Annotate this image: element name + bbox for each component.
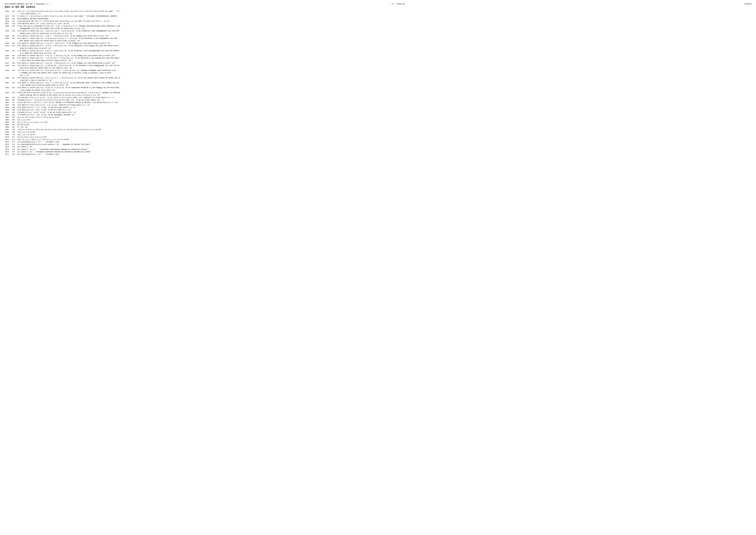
row-num2: 470 (12, 133, 17, 136)
table-row: 3039440СТТО ЖЕ#П;11-158#ТО ЖЕ(=11)' 4,80… (5, 30, 751, 32)
row-text: Е12-299(РН8225)#10-1' 04' ' * РАСТВОР М-… (17, 153, 751, 155)
row-num1: 3033 (5, 10, 12, 13)
row-text: СТТО ЖЕ П;11-162#ТО ЖЕ(=11)' 8,91,12+4,5… (17, 69, 751, 72)
program-label: ПРОГРАММНЫЙ КОМПЛЕКС АВС-3ЕС ( РЕДАКЦИЯ … (5, 3, 50, 5)
row-text: СТТО ЖЕ#П;11-158#ТО ЖЕ(=11)' 12,89+10,29… (17, 64, 751, 67)
row-num1: 3052 (5, 86, 12, 89)
table-row-cont: Т,НАГР,970КГ/М2 МАРКИ ПК60,12-8АТ5Т,ПК60… (5, 59, 751, 62)
row-num2: 475 (12, 146, 17, 148)
row-num1: 3041 (5, 37, 12, 40)
row-text-cont: НА'Р,800КГ/М2 МАРКИ ПК60,10-5АТ5Т' М2* (17, 52, 751, 54)
row-num2: 473 (12, 141, 17, 143)
row-num2: 472 (12, 138, 17, 141)
table-row-cont: ПРИВЕДЕННОЙ ТОЛ,13СМ ПРИ НОРМАТ,НАГР,970… (5, 27, 751, 30)
row-text: Х15,4,12,4,0,18=06* (17, 131, 751, 133)
row-num2: 463 (12, 116, 17, 119)
table-row: 3042443СТТО ЖЕ#П;11-158#ТО ЖЕ(=11)' 4,44… (5, 42, 751, 44)
row-text-cont: ПЛИТЫ РАЗМ,ДО 3М2 ИЗ БЕТОНА М-200 МАРКИ … (17, 94, 751, 97)
row-num1: 3035 (5, 17, 12, 20)
table-row: 3065466Х01+02+С3=04* (5, 124, 751, 126)
row-num1: 3062 (5, 116, 12, 119)
row-text-cont: ПРИ НОРМАТ,НАГР,970КГ/М2 МАРКИ ПК30,18-8… (17, 40, 751, 42)
table-row-cont: Т,НАГР,680КГ/М2 МАРКИ 1ПГ12-6АТ5' М2* (5, 89, 751, 92)
row-num1: 3050 (5, 77, 12, 79)
row-text-cont: НОРМАТ;НАГР,970КГ/М2 МАРКИ ПК27,15-8ТА,П… (17, 32, 751, 35)
row-num1: 3073 (5, 143, 12, 146)
table-row: 3047448СТТО ЖЕ#П;11-158#ТО ЖЕ(=11)' 8,91… (5, 62, 751, 64)
row-num1: 3044 (5, 49, 12, 52)
row-text: СТТО ЖЕ#П;11-158#ТО ЖЕ(=11)' 5,33,2' 7,8… (17, 44, 751, 47)
row-text-cont: 970КГ/М2 МАРКИ ПК54,10-8АТ5Т' М2* (17, 47, 751, 49)
row-text: СТССЦ ТОМ 1#П,8-512#ТЕХ,4,ТБ3,3(=11)' 0,… (17, 92, 751, 94)
table-row: 3040441СТТО ЖЕ#П;11-158#ТО ЖЕ(=11)' 3,99… (5, 35, 751, 37)
row-num1: 3049 (5, 69, 12, 72)
row-num2: 458 (12, 104, 17, 106)
row-text: П2#СТОИМОСТЬ МЕСТНЫХ МАТЕРИАЛОВ#* (17, 17, 751, 20)
row-num2: 445 (12, 49, 17, 52)
row-num2: 438 (12, 22, 17, 25)
row-num2: 439 (12, 25, 17, 27)
table-row: 3049450СТТО ЖЕ П;11-162#ТО ЖЕ(=11)' 8,91… (5, 69, 751, 72)
row-text: СТТО ЖЕ#П;11-158#ТО ЖЕ(=11)' 8,91,7' 6,2… (17, 82, 751, 84)
table-row: 3052453СТТО ЖЕ#П;11-156#ТО ЖЕ(=11)' 35,6… (5, 86, 751, 89)
row-text: Х01+02+С3=04* (17, 124, 751, 126)
row-text: С140-8226#ССЦ ТОМ 1#П.2-4' 0,0434,68+0,3… (17, 20, 751, 22)
row-text-cont: Н ПРИВЕД,ТОЛ,22СМ ПРИ НОРМАТ,НАГР,1220КГ… (17, 72, 751, 74)
table-row: 3036437С140-8226#ССЦ ТОМ 1#П.2-4' 0,0434… (5, 20, 751, 22)
row-text-cont: ПРИВЕДЕННОЙ ТОЛ,13СМ ПРИ НОРМАТ,НАГР,970… (17, 27, 751, 30)
row-num1: 3039 (5, 30, 12, 32)
row-text: Х(04-15,4;12,4-3017,12,7-5,49,10-9,1,6-2… (17, 138, 751, 141)
row-num1: 3064 (5, 121, 12, 124)
row-num2: 464 (12, 119, 17, 121)
table-row-cont: ПРИ НОРМАТ,НАГР,970КГ/М2 МАРКИ ПК30,18-8… (5, 40, 751, 42)
table-row: 3054455СТТО ЖЕ#ТЕХ,4,ТБ,3-1 П,1(=11)' (1… (5, 97, 751, 99)
table-row-cont: Н ПРИВЕД,ТОЛ,22СМ ПРИ НОРМАТ,НАГР,1220КГ… (5, 72, 751, 74)
row-num2: 468 (12, 128, 17, 131)
row-text-cont2: СКТ-1' М2* (17, 74, 751, 76)
row-num2: 441 (12, 35, 17, 37)
row-num2: 452 (12, 82, 17, 84)
row-num2: 437 (12, 20, 17, 22)
row-text: С124-12' (47,5+10;6+15,8+52,8+10,6+21,1+… (17, 10, 751, 13)
row-num2: 477 (12, 151, 17, 153)
page-code: 3399650 (744, 3, 751, 5)
row-num2: 442 (12, 37, 17, 40)
row-text: СТТО ЖЕ#П(11-162#ТО ЖЕ(=11)' 8,91,7+7,12… (17, 77, 751, 79)
row-num2: 435 (12, 15, 17, 17)
row-text: СТТО ЖЕ#П;11-158#ТО ЖЕ(=11)' 4,44,27' 7,… (17, 42, 751, 44)
table-row-cont: НОРМАТ;НАГР,970КГ/М2 МАРКИ ПК27,15-8ТА,П… (5, 32, 751, 35)
row-num2: 449 (12, 64, 17, 67)
row-text: СТТО ЖЕ#П;13(=11)' 2,06' 0,413' ТО ЖЕ ЗА… (17, 114, 751, 116)
row-num2: 443 (12, 42, 17, 44)
table-row: 3077478Е12-299(РН8225)#10-1' 04' ' * РАС… (5, 153, 751, 155)
row-num2: 450 (12, 69, 17, 72)
table-row: 3074475Е12-289#9-6' 04* (5, 146, 751, 148)
table-row: 3053454СТССЦ ТОМ 1#П,8-512#ТЕХ,4,ТБ3,3(=… (5, 92, 751, 94)
row-num1: 3040 (5, 35, 12, 37)
table-row: 3056457СТССЦ ТОМ 1#П,11-182(=11)' 0,50' … (5, 101, 751, 104)
row-num2: 471 (12, 136, 17, 138)
row-num1: 3058 (5, 106, 12, 109)
row-num1: 3069 (5, 133, 12, 136)
table-row-cont2: СКТ-1' М2* (5, 74, 751, 76)
table-row-cont: НА'Р,800КГ/М2 МАРКИ ПК60,10-5АТ5Т' М2* (5, 52, 751, 54)
row-num2: 448 (12, 62, 17, 64)
row-num1: 3063 (5, 119, 12, 121)
table-row: 3070471Х(5,49,10+9,1,6+2,2,9),0,14=08* (5, 136, 751, 138)
row-text: СТТО ЖЕ#П;11-158#ТО ЖЕ(=11)' 3,99,2' 7,8… (17, 35, 751, 37)
table-row: 3067468Х(15,5+7+12+13),(7,35+0,45)+(13+8… (5, 128, 751, 131)
table-row: 3051452СТТО ЖЕ#П;11-158#ТО ЖЕ(=11)' 8,91… (5, 82, 751, 84)
row-text-cont: Т,НАГР,680КГ/М2 МАРКИ 1ПГ12-6АТ5' М2* (17, 89, 751, 92)
row-num2: 446 (12, 54, 17, 57)
row-num1: 3048 (5, 64, 12, 67)
table-row: 3045446СТТО ЖЕ#П;11-158#ТО ЖЕ(=11)' 8,91… (5, 54, 751, 57)
row-text: СТТО ЖЕ#П;11-158#ТО ЖЕ(=11)' 4,80,14+2,4… (17, 30, 751, 32)
row-text: СТССЦ ТОМ 1#П,11-182(=11)' 0,50' 53,50' … (17, 101, 751, 104)
row-text: СТТО ЖЕ#П;11-158#ТО ЖЕ(=11)' 5,33,10+3,5… (17, 37, 751, 40)
row-num2: 461 (12, 111, 17, 114)
row-text: Х(15,5+7+12+13),(7,35+0,45)+(13+8,5+7+31… (17, 128, 751, 131)
row-text-cont: РМАТ,НАГР,900КГ/М2 МАРКИ ПК86,15-7АТ5,ПК… (17, 67, 751, 69)
main-table: 3033434С124-12' (47,5+10;6+15,8+52,8+10,… (5, 10, 751, 155)
row-num2: 447 (12, 57, 17, 59)
row-text: F12-300(РН8225)#П1(5)(А1,5)#10-2#К039,5'… (17, 143, 751, 146)
